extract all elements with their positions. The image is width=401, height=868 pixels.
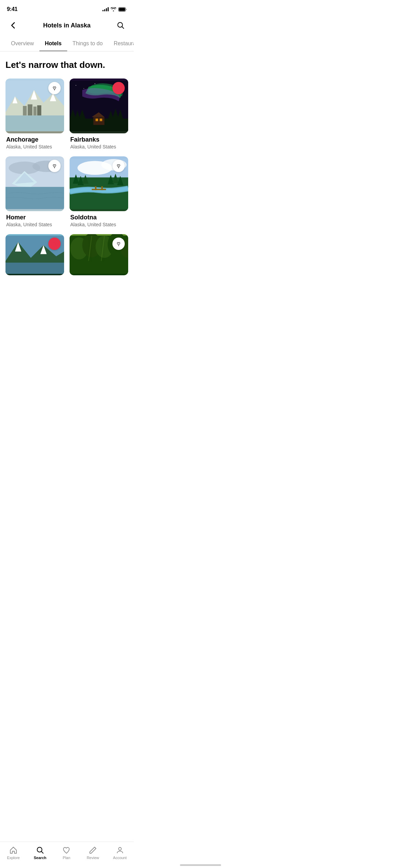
card-fairbanks-image: ♥	[70, 79, 128, 133]
favorite-anchorage-button[interactable]: ♥	[48, 82, 61, 94]
search-icon	[117, 22, 124, 29]
card-fairbanks[interactable]: ♥ Fairbanks Alaska, United States	[70, 79, 128, 151]
heart-icon: ♥	[53, 85, 56, 91]
svg-rect-1	[119, 8, 125, 11]
svg-point-16	[95, 83, 95, 84]
card-fairbanks-name: Fairbanks	[70, 136, 127, 143]
card-soldotna-name: Soldotna	[70, 214, 127, 221]
tab-overview[interactable]: Overview	[5, 37, 39, 51]
tab-things-to-do[interactable]: Things to do	[67, 37, 108, 51]
card-6[interactable]: ♥	[70, 234, 128, 275]
status-icons	[102, 7, 127, 12]
card-soldotna-location: Alaska, United States	[70, 222, 127, 227]
svg-rect-10	[28, 104, 33, 115]
card-homer-location: Alaska, United States	[6, 222, 63, 227]
signal-bars-icon	[102, 7, 109, 11]
heart-icon: ♥	[117, 163, 120, 169]
back-button[interactable]	[7, 19, 19, 32]
favorite-soldotna-button[interactable]: ♥	[112, 160, 125, 172]
heart-icon: ♥	[117, 241, 120, 246]
card-5-image: ♥	[5, 234, 64, 275]
svg-rect-26	[93, 117, 104, 125]
svg-rect-48	[101, 186, 103, 190]
card-anchorage[interactable]: ♥ Anchorage Alaska, United States	[5, 79, 64, 151]
tab-hotels[interactable]: Hotels	[39, 37, 67, 51]
card-5[interactable]: ♥	[5, 234, 64, 275]
svg-rect-9	[23, 106, 27, 116]
favorite-card5-button[interactable]: ♥	[48, 238, 61, 250]
tab-restaurants[interactable]: Restaurants	[108, 37, 134, 51]
status-bar: 9:41	[0, 0, 134, 16]
svg-rect-46	[92, 189, 106, 190]
battery-icon	[118, 7, 127, 12]
favorite-fairbanks-button[interactable]: ♥	[112, 82, 125, 94]
heart-icon: ♥	[117, 85, 120, 91]
card-homer-name: Homer	[6, 214, 63, 221]
header-search-button[interactable]	[114, 19, 127, 32]
svg-rect-29	[100, 119, 102, 121]
card-fairbanks-location: Alaska, United States	[70, 144, 127, 149]
card-anchorage-image: ♥	[5, 79, 64, 133]
card-soldotna-image: ♥	[70, 156, 128, 211]
wifi-icon	[111, 7, 116, 11]
card-anchorage-name: Anchorage	[6, 136, 63, 143]
card-fairbanks-info: Fairbanks Alaska, United States	[70, 133, 128, 151]
svg-rect-47	[95, 186, 97, 190]
card-homer-info: Homer Alaska, United States	[5, 211, 64, 229]
svg-rect-11	[33, 107, 36, 116]
status-time: 9:41	[7, 6, 17, 12]
svg-rect-12	[37, 105, 41, 116]
svg-rect-35	[5, 187, 64, 209]
card-anchorage-location: Alaska, United States	[6, 144, 63, 149]
page-title: Hotels in Alaska	[43, 22, 90, 29]
svg-point-14	[76, 85, 76, 86]
favorite-homer-button[interactable]: ♥	[48, 160, 61, 172]
svg-point-15	[84, 88, 84, 89]
card-homer-image: ♥	[5, 156, 64, 211]
section-title: Let's narrow that down.	[5, 60, 128, 70]
header: Hotels in Alaska	[0, 16, 134, 37]
cards-grid: ♥ Anchorage Alaska, United States	[5, 79, 128, 275]
tabs-container: Overview Hotels Things to do Restaurants	[0, 37, 134, 51]
card-anchorage-info: Anchorage Alaska, United States	[5, 133, 64, 151]
card-soldotna[interactable]: ♥ Soldotna Alaska, United States	[70, 156, 128, 229]
heart-icon: ♥	[53, 163, 56, 169]
svg-rect-8	[5, 116, 64, 131]
favorite-card6-button[interactable]: ♥	[112, 238, 125, 250]
card-6-image: ♥	[70, 234, 128, 275]
main-content: Let's narrow that down.	[0, 51, 134, 315]
card-soldotna-info: Soldotna Alaska, United States	[70, 211, 128, 229]
svg-rect-53	[5, 263, 64, 274]
card-homer[interactable]: ♥ Homer Alaska, United States	[5, 156, 64, 229]
heart-icon: ♥	[53, 241, 56, 246]
svg-rect-28	[96, 119, 98, 121]
